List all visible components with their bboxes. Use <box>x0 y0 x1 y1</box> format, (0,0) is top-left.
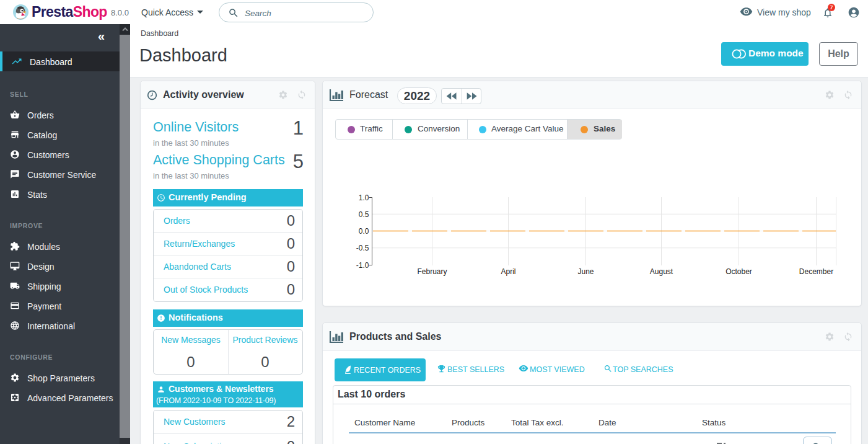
svg-text:June: June <box>577 267 594 276</box>
svg-text:1.0: 1.0 <box>359 193 369 202</box>
svg-text:0.0: 0.0 <box>359 227 369 236</box>
svg-text:October: October <box>726 267 752 276</box>
svg-text:December: December <box>799 267 833 276</box>
svg-text:February: February <box>417 267 447 276</box>
svg-text:-0.5: -0.5 <box>356 244 369 252</box>
svg-text:April: April <box>501 267 515 276</box>
svg-text:0.5: 0.5 <box>359 210 369 219</box>
svg-text:August: August <box>650 267 673 276</box>
svg-text:-1.0: -1.0 <box>356 261 369 270</box>
